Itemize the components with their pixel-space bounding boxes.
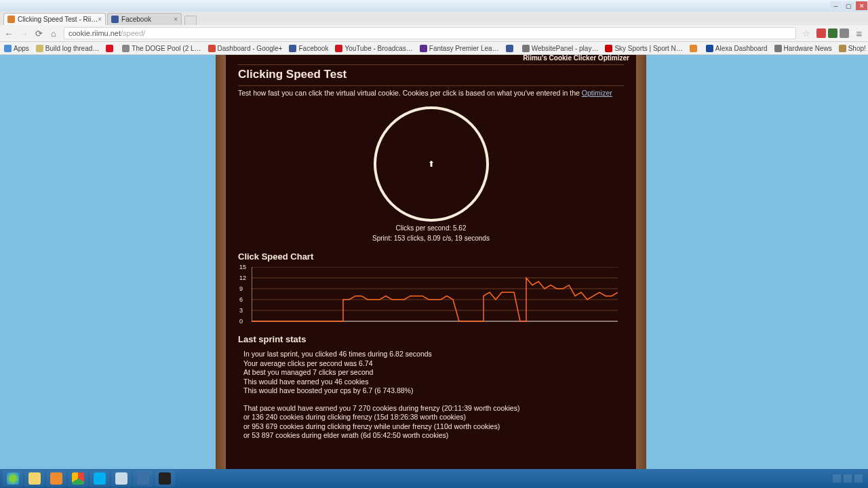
browser-tab-0[interactable]: Clicking Speed Test - Rii…× <box>3 13 106 25</box>
last-sprint-stats: In your last sprint, you clicked 46 time… <box>243 350 624 396</box>
intro-text: Test how fast you can click the virtual … <box>238 89 624 97</box>
bookmark-6[interactable]: YouTube - Broadcas… <box>335 45 412 52</box>
intro-segment: Test how fast you can click the virtual … <box>238 89 582 97</box>
bookmark-label: YouTube - Broadcas… <box>344 45 412 52</box>
bookmark-2[interactable] <box>106 45 115 52</box>
bookmark-favicon <box>106 45 113 52</box>
virtual-cookie[interactable]: ⬆ <box>374 106 489 222</box>
extension-icon-1[interactable] <box>828 28 837 38</box>
bookmark-favicon <box>839 45 846 52</box>
tab-label: Clicking Speed Test - Rii… <box>18 16 98 23</box>
bookmark-favicon <box>522 45 530 52</box>
bookmark-label: Apps <box>14 45 29 52</box>
bookmark-favicon <box>774 45 782 52</box>
stat-line: At best you managed 7 clicks per second <box>243 368 624 378</box>
bookmark-star-icon[interactable]: ☆ <box>802 28 811 39</box>
bookmark-7[interactable]: Fantasy Premier Lea… <box>420 45 499 52</box>
taskbar-skype[interactable] <box>90 470 110 487</box>
bookmark-1[interactable]: Build log thread… <box>36 45 100 52</box>
page-title: Clicking Speed Test <box>238 68 624 81</box>
tray-icon[interactable] <box>854 474 863 483</box>
taskbar-app5[interactable] <box>111 470 132 487</box>
sprint-readout: Sprint: 153 clicks, 8.09 c/s, 19 seconds <box>238 235 624 242</box>
reload-icon[interactable]: ⟳ <box>34 28 43 39</box>
bookmark-label: Alexa Dashboard <box>715 45 768 52</box>
bookmark-4[interactable]: Dashboard - Google+ <box>208 45 283 52</box>
explorer-icon <box>28 472 41 485</box>
taskbar-chrome[interactable] <box>68 470 88 487</box>
tray-icon[interactable] <box>833 474 841 483</box>
bookmark-favicon <box>4 45 12 52</box>
bookmark-favicon <box>706 45 713 52</box>
bookmark-favicon <box>122 45 130 52</box>
stat-line: or 953 679 cookies during clicking frenz… <box>243 422 624 432</box>
media-icon <box>50 472 62 485</box>
bookmark-favicon <box>605 45 612 52</box>
bookmark-10[interactable]: Sky Sports | Sport N… <box>605 45 682 52</box>
bookmark-14[interactable]: Shop! <box>839 45 866 52</box>
bookmark-9[interactable]: WebsitePanel - play… <box>522 45 599 52</box>
stat-line: This would have boosted your cps by 6.7 … <box>243 386 624 396</box>
extension-icon-0[interactable] <box>816 28 826 38</box>
page-viewport: OptimizerSave ViewerClicking Speed TestH… <box>0 55 868 469</box>
omnibox-path: /speed/ <box>121 29 145 37</box>
optimizer-link[interactable]: Optimizer <box>582 89 612 97</box>
bookmark-12[interactable]: Alexa Dashboard <box>706 45 768 52</box>
taskbar-media[interactable] <box>46 470 66 487</box>
bookmark-favicon <box>690 45 697 52</box>
cps-readout: Clicks per second: 5.62 <box>238 224 624 232</box>
taskbar-app6[interactable] <box>133 470 153 487</box>
bookmark-favicon <box>335 45 342 52</box>
tab-close-icon[interactable]: × <box>98 16 102 23</box>
taskbar-explorer[interactable] <box>24 470 45 487</box>
window-maximize[interactable]: ▢ <box>843 1 854 10</box>
y-tick-label: 6 <box>239 296 243 303</box>
browser-tab-1[interactable]: Facebook× <box>107 13 182 25</box>
chart-heading: Click Speed Chart <box>238 251 624 262</box>
y-tick-label: 3 <box>239 307 243 314</box>
chrome-menu-icon[interactable]: ≡ <box>854 28 864 39</box>
back-icon[interactable]: ← <box>4 28 14 39</box>
cookie-area: ⬆ Clicks per second: 5.62 Sprint: 153 cl… <box>238 102 624 242</box>
bookmark-label: The DOGE Pool (2 L… <box>132 45 201 52</box>
divider <box>238 85 624 86</box>
system-tray[interactable] <box>833 474 865 483</box>
bookmark-label: Shop! <box>848 45 866 52</box>
bookmark-0[interactable]: Apps <box>4 45 29 52</box>
bookmark-favicon <box>506 45 513 52</box>
bookmark-5[interactable]: Facebook <box>289 45 328 52</box>
bookmark-label: Sky Sports | Sport N… <box>614 45 682 52</box>
bookmark-favicon <box>208 45 216 52</box>
bookmark-11[interactable] <box>690 45 699 52</box>
bookmarks-bar: AppsBuild log thread…The DOGE Pool (2 L…… <box>0 42 868 55</box>
taskbar-start[interactable] <box>3 470 23 487</box>
home-icon[interactable]: ⌂ <box>49 28 58 39</box>
bookmark-favicon <box>289 45 296 52</box>
new-tab-button[interactable] <box>184 16 197 25</box>
taskbar-obs[interactable] <box>155 470 175 487</box>
bookmark-3[interactable]: The DOGE Pool (2 L… <box>122 45 201 52</box>
stat-line: or 136 240 cookies during clicking frenz… <box>243 413 624 422</box>
window-minimize[interactable]: ─ <box>830 1 842 10</box>
omnibox[interactable]: cookie.riimu.net/speed/ <box>64 27 796 39</box>
stat-line: In your last sprint, you clicked 46 time… <box>243 350 624 359</box>
y-tick-label: 12 <box>239 274 246 281</box>
y-tick-label: 15 <box>239 264 246 270</box>
favicon <box>111 16 119 23</box>
site-title: Riimu's Cookie Clicker Optimizer <box>226 55 636 63</box>
bookmark-8[interactable] <box>506 45 515 52</box>
window-close[interactable]: ✕ <box>856 1 867 10</box>
bookmark-label: Hardware News <box>784 45 832 52</box>
tray-icon[interactable] <box>844 474 852 483</box>
extension-icon-2[interactable] <box>840 28 849 38</box>
cursor-icon: ⬆ <box>428 159 435 169</box>
bookmark-13[interactable]: Hardware News <box>774 45 832 52</box>
obs-icon <box>159 472 171 485</box>
favicon <box>7 16 15 23</box>
bookmark-label: Dashboard - Google+ <box>218 45 283 52</box>
tab-close-icon[interactable]: × <box>174 16 178 23</box>
bookmark-favicon <box>36 45 43 52</box>
window-titlebar: ─ ▢ ✕ <box>0 0 868 12</box>
bookmark-label: Facebook <box>298 45 328 52</box>
forward-icon[interactable]: → <box>19 28 28 39</box>
